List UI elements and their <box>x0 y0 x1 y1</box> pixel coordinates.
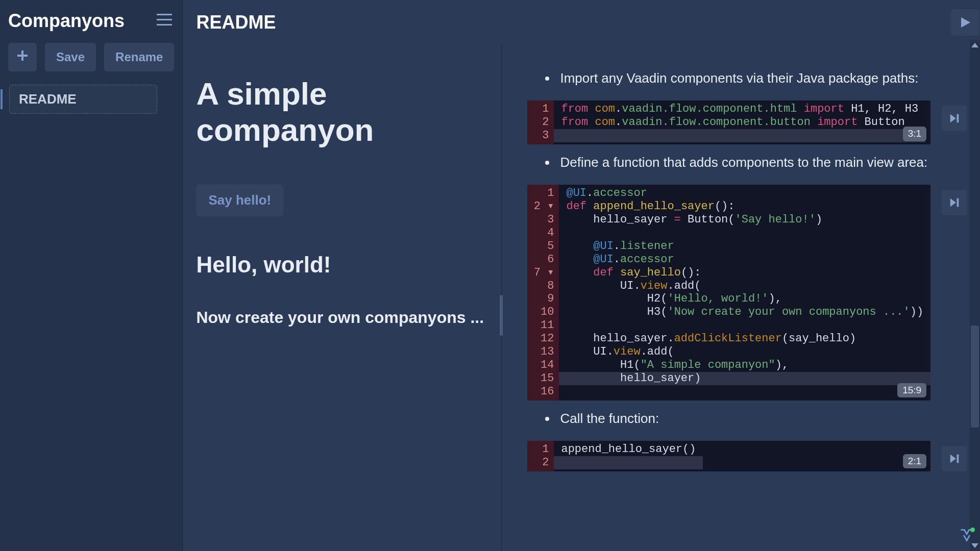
split-handle[interactable] <box>500 295 503 336</box>
cursor-position-1: 3:1 <box>903 127 926 141</box>
editor-pane: Import any Vaadin components via their J… <box>502 45 980 551</box>
instruction-text-2: Define a function that adds components t… <box>557 155 967 170</box>
sidebar: Companyons Save Rename README <box>0 0 183 551</box>
code-row-3: 12append_hello_sayer() 2:1 <box>527 441 967 471</box>
vaadin-badge-icon[interactable] <box>960 529 974 544</box>
instruction-bullet: Call the function: <box>543 411 967 427</box>
main: README A simple companyon Say hello! Hel… <box>183 0 980 551</box>
main-header: README <box>183 0 980 45</box>
code-block-2[interactable]: 12 ▾34567 ▾8910111213141516@UI.accessord… <box>527 185 930 400</box>
plus-icon <box>16 49 29 62</box>
run-button[interactable] <box>951 9 979 36</box>
vertical-scrollbar[interactable] <box>970 40 980 551</box>
scroll-thumb[interactable] <box>971 325 979 428</box>
save-button[interactable]: Save <box>45 43 96 71</box>
code-row-2: 12 ▾34567 ▾8910111213141516@UI.accessord… <box>527 185 967 400</box>
sidebar-header: Companyons <box>0 0 182 38</box>
file-item-readme[interactable]: README <box>9 85 157 114</box>
rename-button[interactable]: Rename <box>104 43 174 71</box>
scroll-down-icon[interactable] <box>971 543 978 548</box>
content-split: A simple companyon Say hello! Hello, wor… <box>183 45 980 551</box>
status-dot-icon <box>970 528 975 532</box>
instruction-text-1: Import any Vaadin components via their J… <box>557 70 967 86</box>
preview-pane: A simple companyon Say hello! Hello, wor… <box>183 45 502 551</box>
page-title: README <box>196 12 276 33</box>
preview-heading-3: Now create your own companyons ... <box>196 308 488 327</box>
step-forward-icon <box>949 197 960 208</box>
svg-rect-9 <box>957 198 959 207</box>
code-block-3[interactable]: 12append_hello_sayer() 2:1 <box>527 441 930 471</box>
svg-marker-5 <box>961 17 970 28</box>
instruction-bullet: Define a function that adds components t… <box>543 155 967 170</box>
svg-rect-2 <box>157 24 172 26</box>
svg-rect-4 <box>17 55 28 57</box>
run-cell-button-1[interactable] <box>942 106 967 131</box>
add-button[interactable] <box>8 43 37 71</box>
instruction-bullet: Import any Vaadin components via their J… <box>543 70 967 86</box>
svg-rect-11 <box>957 455 959 463</box>
code-row-1: 123from com.vaadin.flow.component.html i… <box>527 101 967 144</box>
cursor-position-3: 2:1 <box>903 454 926 468</box>
cursor-position-2: 15:9 <box>897 383 926 397</box>
scroll-up-icon[interactable] <box>971 43 978 47</box>
say-hello-button[interactable]: Say hello! <box>196 184 283 216</box>
menu-icon[interactable] <box>157 14 172 28</box>
run-cell-button-3[interactable] <box>942 446 967 471</box>
play-icon <box>959 16 971 29</box>
code-block-1[interactable]: 123from com.vaadin.flow.component.html i… <box>527 101 930 144</box>
svg-marker-6 <box>950 114 956 123</box>
run-cell-button-2[interactable] <box>942 190 967 215</box>
preview-heading-2: Hello, world! <box>196 252 488 278</box>
svg-marker-8 <box>950 198 956 207</box>
svg-rect-7 <box>957 114 959 123</box>
svg-marker-10 <box>950 455 956 463</box>
brand-title: Companyons <box>8 10 125 32</box>
svg-rect-1 <box>157 19 172 20</box>
svg-rect-0 <box>157 14 172 15</box>
file-list: README <box>0 80 182 119</box>
instruction-text-3: Call the function: <box>557 411 967 427</box>
sidebar-toolbar: Save Rename <box>0 38 182 80</box>
step-forward-icon <box>949 453 960 464</box>
preview-heading-1: A simple companyon <box>196 76 488 148</box>
step-forward-icon <box>949 113 960 124</box>
